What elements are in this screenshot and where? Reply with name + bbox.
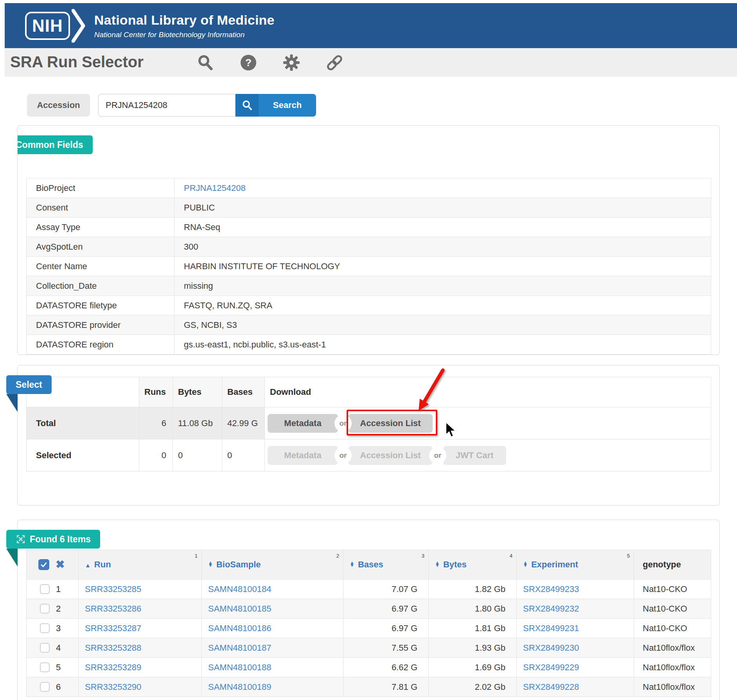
run-column-header[interactable]: 1▲Run — [79, 550, 202, 579]
metadata-download-button[interactable]: Metadata — [268, 414, 338, 433]
select-table: Runs Bytes Bases Download Total 6 11.08 … — [26, 377, 711, 471]
column-number: 1 — [195, 553, 198, 559]
select-card: Select Runs Bytes Bases Download Total 6… — [17, 365, 720, 506]
bioproject-link[interactable]: PRJNA1254208 — [184, 183, 246, 193]
total-row: Total 6 11.08 Gb 42.99 G Metadata or Acc… — [27, 407, 711, 439]
bases-value: 6.97 G — [343, 599, 429, 619]
clear-selection-icon[interactable]: ✖ — [56, 559, 65, 570]
or-separator: or — [334, 447, 352, 464]
row-number: 4 — [56, 643, 61, 653]
table-row: Center NameHARBIN INSTITUTE OF TECHNOLOG… — [27, 257, 711, 276]
sort-ascending-icon: ▲ — [85, 562, 91, 569]
row-number: 5 — [56, 662, 61, 673]
row-checkbox[interactable] — [40, 682, 50, 692]
column-number: 3 — [422, 553, 424, 559]
nih-logo[interactable]: NIH — [25, 9, 86, 43]
experiment-link[interactable]: SRX28499233 — [523, 584, 579, 594]
settings-gear-icon[interactable] — [282, 54, 300, 72]
row-checkbox[interactable] — [40, 623, 50, 633]
common-fields-table: BioProjectPRJNA1254208 ConsentPUBLIC Ass… — [26, 178, 711, 354]
or-separator: or — [334, 415, 352, 432]
bytes-value: 1.81 Gb — [429, 619, 517, 638]
select-header-row: Runs Bytes Bases Download — [27, 377, 711, 407]
select-all-checkbox[interactable] — [38, 559, 49, 570]
accession-search-input[interactable] — [98, 94, 235, 117]
runs-header: Runs — [139, 377, 173, 407]
results-card: Found 6 Items ✖ 1▲Run 2▲▼BioSample 3▲▼Ba… — [17, 520, 720, 700]
run-link[interactable]: SRR33253287 — [85, 623, 141, 633]
toolbar: SRA Run Selector ? — [5, 48, 737, 77]
row-number: 1 — [56, 584, 61, 594]
sort-icon: ▲▼ — [435, 561, 440, 567]
field-value: missing — [174, 276, 711, 296]
row-checkbox[interactable] — [40, 604, 50, 614]
accession-list-download-button[interactable]: Accession List — [348, 414, 433, 433]
biosample-link[interactable]: SAMN48100186 — [208, 623, 271, 633]
selected-bases: 0 — [222, 439, 265, 471]
link-icon[interactable] — [325, 54, 343, 72]
bytes-value: 1.93 Gb — [429, 638, 517, 658]
field-label: AvgSpotLen — [27, 237, 174, 257]
table-row: 1 SRR33253285 SAMN48100184 7.07 G 1.82 G… — [27, 579, 711, 599]
table-row: DATASTORE filetypeFASTQ, RUN.ZQ, SRA — [27, 296, 711, 315]
biosample-link[interactable]: SAMN48100187 — [208, 643, 271, 653]
bytes-column-header[interactable]: 4▲▼Bytes — [429, 550, 517, 579]
sort-icon: ▲▼ — [523, 561, 528, 567]
biosample-link[interactable]: SAMN48100185 — [208, 604, 271, 614]
select-all-header: ✖ — [27, 550, 79, 579]
common-fields-card: Common Fields BioProjectPRJNA1254208 Con… — [17, 125, 720, 355]
run-link[interactable]: SRR33253286 — [85, 604, 141, 614]
row-checkbox[interactable] — [40, 662, 50, 672]
genotype-value: Nat10-CKO — [634, 619, 711, 638]
results-header-row: ✖ 1▲Run 2▲▼BioSample 3▲▼Bases 4▲▼Bytes 5… — [27, 550, 711, 579]
row-checkbox[interactable] — [40, 643, 50, 653]
run-link[interactable]: SRR33253289 — [85, 662, 141, 672]
field-value: FASTQ, RUN.ZQ, SRA — [174, 296, 711, 315]
run-link[interactable]: SRR33253285 — [85, 584, 141, 594]
field-label: Assay Type — [27, 218, 174, 237]
selected-label: Selected — [27, 439, 139, 471]
run-link[interactable]: SRR33253290 — [85, 682, 141, 692]
table-row: 2 SRR33253286 SAMN48100185 6.97 G 1.80 G… — [27, 599, 711, 619]
experiment-link[interactable]: SRX28499230 — [523, 643, 579, 653]
field-value: PUBLIC — [174, 198, 711, 218]
bytes-header: Bytes — [173, 377, 222, 407]
experiment-link[interactable]: SRX28499232 — [523, 604, 579, 614]
bases-value: 7.81 G — [343, 677, 429, 697]
field-label: Collection_Date — [27, 276, 174, 296]
expand-icon — [16, 534, 26, 544]
table-row: 5 SRR33253289 SAMN48100188 6.62 G 1.69 G… — [27, 658, 711, 677]
biosample-column-header[interactable]: 2▲▼BioSample — [202, 550, 343, 579]
sort-icon: ▲▼ — [350, 561, 354, 567]
biosample-link[interactable]: SAMN48100188 — [208, 662, 271, 672]
metadata-selected-button-disabled: Metadata — [268, 446, 338, 465]
selected-runs: 0 — [139, 439, 173, 471]
sort-icon: ▲▼ — [208, 561, 213, 567]
column-number: 5 — [627, 553, 630, 559]
download-header: Download — [265, 377, 711, 407]
bases-value: 6.97 G — [343, 619, 429, 638]
genotype-value: Nat10-CKO — [634, 599, 711, 619]
table-row: 4 SRR33253288 SAMN48100187 7.55 G 1.93 G… — [27, 638, 711, 658]
experiment-link[interactable]: SRX28499229 — [523, 662, 579, 672]
run-link[interactable]: SRR33253288 — [85, 643, 141, 653]
banner-text: National Library of Medicine National Ce… — [94, 13, 275, 39]
row-checkbox[interactable] — [40, 584, 50, 594]
field-label: DATASTORE filetype — [27, 296, 174, 315]
search-submit-icon-button[interactable] — [235, 94, 259, 117]
search-button[interactable]: Search — [259, 94, 316, 117]
bytes-value: 1.69 Gb — [429, 658, 517, 677]
biosample-link[interactable]: SAMN48100189 — [208, 682, 271, 692]
row-number: 2 — [56, 604, 61, 614]
nih-logo-text: NIH — [25, 12, 70, 40]
experiment-link[interactable]: SRX28499228 — [523, 682, 579, 692]
field-label: BioProject — [27, 178, 174, 198]
table-row: 6 SRR33253290 SAMN48100189 7.81 G 2.02 G… — [27, 677, 711, 697]
help-icon[interactable]: ? — [239, 54, 257, 72]
experiment-link[interactable]: SRX28499231 — [523, 623, 579, 633]
bases-column-header[interactable]: 3▲▼Bases — [343, 550, 429, 579]
search-icon[interactable] — [196, 54, 214, 72]
biosample-link[interactable]: SAMN48100184 — [208, 584, 271, 594]
selected-bytes: 0 — [173, 439, 222, 471]
experiment-column-header[interactable]: 5▲▼Experiment — [517, 550, 634, 579]
